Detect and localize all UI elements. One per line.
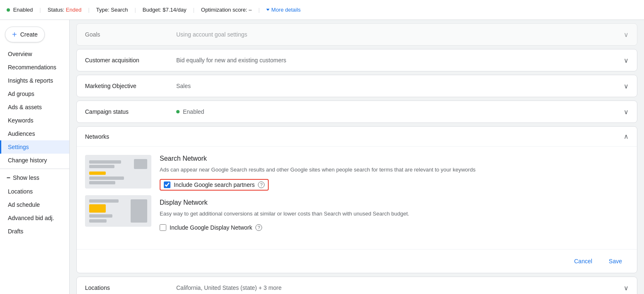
locations-chevron-icon[interactable] xyxy=(624,284,629,292)
display-network-help-icon[interactable]: ? xyxy=(255,224,262,231)
include-display-network-label[interactable]: Include Google Display Network xyxy=(170,224,252,231)
optimization-value: – xyxy=(249,7,252,13)
sidebar-item-ad-schedule[interactable]: Ad schedule xyxy=(0,198,69,211)
locations-value: California, United States (state) + 3 mo… xyxy=(176,284,624,291)
display-illustration xyxy=(85,195,151,227)
networks-card: Networks xyxy=(76,126,637,273)
networks-chevron-up-icon[interactable] xyxy=(624,132,629,140)
goals-chevron-icon[interactable] xyxy=(624,30,629,39)
search-illustration xyxy=(85,155,151,189)
display-network-section: Display Network Easy way to get addition… xyxy=(160,199,629,233)
campaign-status-chevron-icon[interactable] xyxy=(624,108,629,116)
display-network-title: Display Network xyxy=(160,199,629,206)
status-indicator: Enabled xyxy=(7,7,33,13)
networks-details: Search Network Ads can appear near Googl… xyxy=(160,147,637,249)
chevron-down-icon xyxy=(266,9,270,11)
create-button[interactable]: + Create xyxy=(5,27,45,42)
customer-acquisition-label: Customer acquisition xyxy=(85,57,176,64)
marketing-objective-row: Marketing Objective Sales xyxy=(77,75,637,97)
include-display-network-checkbox[interactable] xyxy=(160,224,166,231)
networks-label: Networks xyxy=(85,133,176,140)
content-area: Goals Using account goal settings Custom… xyxy=(70,20,644,294)
enabled-dot xyxy=(7,8,10,12)
sidebar: + Create Overview Recommendations Insigh… xyxy=(0,20,70,294)
locations-label: Locations xyxy=(85,284,176,291)
customer-acquisition-row: Customer acquisition Bid equally for new… xyxy=(77,49,637,71)
status-text: Status: Ended xyxy=(48,7,82,13)
campaign-status-card: Campaign status Enabled xyxy=(76,100,637,123)
marketing-objective-card: Marketing Objective Sales xyxy=(76,75,637,97)
networks-body: Search Network Ads can appear near Googl… xyxy=(77,147,637,249)
search-network-title: Search Network xyxy=(160,155,629,162)
status-ended-value: Ended xyxy=(66,7,82,13)
networks-header: Networks xyxy=(77,127,637,147)
sidebar-item-advanced-bid[interactable]: Advanced bid adj. xyxy=(0,211,69,225)
marketing-objective-label: Marketing Objective xyxy=(85,83,176,89)
networks-card-actions: Cancel Save xyxy=(77,249,637,273)
create-label: Create xyxy=(20,31,38,38)
display-network-desc: Easy way to get additional conversions a… xyxy=(160,210,629,218)
show-less-item[interactable]: – Show less xyxy=(0,171,69,185)
customer-acquisition-card: Customer acquisition Bid equally for new… xyxy=(76,49,637,71)
customer-acquisition-chevron-icon[interactable] xyxy=(624,56,629,65)
sidebar-item-change-history[interactable]: Change history xyxy=(0,154,69,167)
search-partners-help-icon[interactable]: ? xyxy=(258,181,265,188)
goals-row: Goals Using account goal settings xyxy=(77,24,637,45)
include-search-partners-highlight: Include Google search partners ? xyxy=(160,179,269,191)
customer-acquisition-value: Bid equally for new and existing custome… xyxy=(176,57,624,64)
campaign-status-label: Campaign status xyxy=(85,108,176,115)
goals-value: Using account goal settings xyxy=(176,31,624,38)
marketing-objective-value: Sales xyxy=(176,83,624,89)
campaign-status-value: Enabled xyxy=(176,108,624,115)
campaign-enabled-dot xyxy=(176,110,180,113)
cancel-button[interactable]: Cancel xyxy=(567,255,599,268)
sidebar-item-locations[interactable]: Locations xyxy=(0,185,69,198)
locations-row: Locations California, United States (sta… xyxy=(77,277,637,294)
show-less-label: Show less xyxy=(13,174,39,181)
more-details-label: More details xyxy=(271,7,301,13)
sidebar-item-settings[interactable]: Settings xyxy=(0,140,69,154)
plus-icon: + xyxy=(12,30,17,39)
sidebar-item-overview[interactable]: Overview xyxy=(0,47,69,61)
nav-divider xyxy=(0,169,69,169)
budget-text: Budget: $7.14/day xyxy=(143,7,187,13)
include-search-partners-label[interactable]: Include Google search partners xyxy=(174,181,255,188)
marketing-objective-chevron-icon[interactable] xyxy=(624,82,629,91)
search-network-desc: Ads can appear near Google Search result… xyxy=(160,166,629,174)
sidebar-item-ad-groups[interactable]: Ad groups xyxy=(0,87,69,100)
type-text: Type: Search xyxy=(96,7,128,13)
budget-value: $7.14/day xyxy=(163,7,186,13)
sidebar-item-audiences[interactable]: Audiences xyxy=(0,127,69,140)
dash-icon: – xyxy=(7,174,10,181)
sidebar-item-insights-reports[interactable]: Insights & reports xyxy=(0,74,69,87)
status-enabled-label: Enabled xyxy=(13,7,33,13)
include-search-partners-checkbox[interactable] xyxy=(164,181,170,188)
top-bar: Enabled | Status: Ended | Type: Search |… xyxy=(0,0,644,20)
more-details-button[interactable]: More details xyxy=(266,7,301,13)
include-display-network-row: Include Google Display Network ? xyxy=(160,223,629,233)
goals-card: Goals Using account goal settings xyxy=(76,23,637,46)
campaign-status-row: Campaign status Enabled xyxy=(77,101,637,122)
sidebar-item-drafts[interactable]: Drafts xyxy=(0,225,69,238)
main-layout: + Create Overview Recommendations Insigh… xyxy=(0,20,644,294)
locations-card: Locations California, United States (sta… xyxy=(76,277,637,294)
sidebar-item-ads-assets[interactable]: Ads & assets xyxy=(0,100,69,114)
optimization-text: Optimization score: – xyxy=(201,7,252,13)
type-value: Search xyxy=(111,7,128,13)
save-button[interactable]: Save xyxy=(602,255,629,268)
sidebar-item-keywords[interactable]: Keywords xyxy=(0,114,69,127)
search-network-section: Search Network Ads can appear near Googl… xyxy=(160,155,629,191)
sidebar-item-recommendations[interactable]: Recommendations xyxy=(0,61,69,74)
goals-label: Goals xyxy=(85,31,176,38)
networks-illustrations xyxy=(77,147,160,249)
